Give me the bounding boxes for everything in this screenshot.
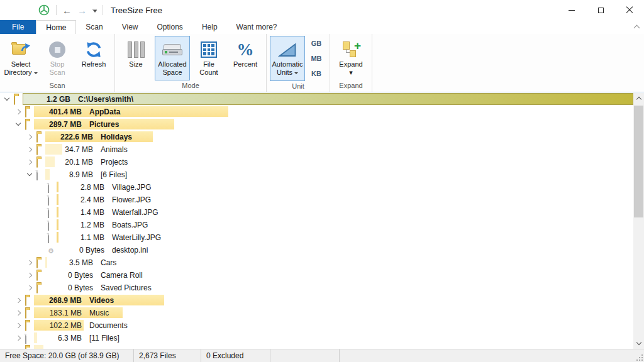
item-size: 8.9 MB <box>0 168 93 181</box>
refresh-icon <box>84 40 103 59</box>
allocated-space-button[interactable]: Allocated Space <box>155 36 190 80</box>
tree-row-pictures[interactable]: 289.7 MBPictures <box>0 118 633 131</box>
item-size: 1.2 GB <box>0 93 70 106</box>
maximize-button[interactable] <box>586 0 615 20</box>
ribbon: Select Directory Stop Scan Refresh Scan … <box>0 34 644 92</box>
close-icon <box>626 6 633 14</box>
scroll-up-arrow-icon[interactable] <box>633 93 644 104</box>
item-size: 289.7 MB <box>0 118 82 131</box>
dropdown-arrow-icon <box>34 72 38 74</box>
maximize-icon <box>598 8 604 13</box>
folder-icon <box>25 347 26 349</box>
tree-row-6-files[interactable]: 8.9 MB[6 Files] <box>0 168 633 181</box>
item-name: Flower.JPG <box>112 194 151 206</box>
tree-row-videos[interactable]: 268.9 MBVideos <box>0 294 633 307</box>
ribbon-group-unit: Automatic UnitsGBMBKBUnit <box>267 34 330 92</box>
gb-unit-button[interactable]: GB <box>307 36 326 51</box>
tab-home[interactable]: Home <box>36 20 76 34</box>
tree-row-documents[interactable]: 102.2 MBDocuments <box>0 319 633 332</box>
close-button[interactable] <box>615 0 644 20</box>
tree-row-projects[interactable]: 20.1 MBProjects <box>0 156 633 168</box>
item-name: Holidays <box>101 131 132 143</box>
scroll-down-arrow-icon[interactable] <box>633 338 644 349</box>
back-arrow-icon[interactable]: ← <box>62 6 72 15</box>
item-size: 20.1 MB <box>0 156 93 168</box>
customize-toolbar-dropdown-icon[interactable] <box>92 8 97 13</box>
window-controls <box>557 0 644 20</box>
tab-view[interactable]: View <box>113 20 148 34</box>
minimize-icon <box>569 10 575 11</box>
window-title: TreeSize Free <box>111 6 162 15</box>
forward-arrow-icon[interactable]: → <box>77 6 87 15</box>
resize-grip[interactable] <box>636 354 643 361</box>
tree-row-holidays[interactable]: 222.6 MBHolidays <box>0 131 633 143</box>
status-section-0: Free Space: 20.0 GB (of 38.9 GB) <box>0 349 134 362</box>
tree-row-saved-pictures[interactable]: 0 BytesSaved Pictures <box>0 282 633 294</box>
item-size: 102.2 MB <box>0 319 82 332</box>
tree-row-appdata[interactable]: 401.4 MBAppData <box>0 106 633 118</box>
quick-access-toolbar: ← → TreeSize Free <box>0 0 162 20</box>
ribbon-group-scan: Select Directory Stop Scan Refresh Scan <box>0 34 115 92</box>
tree-row-c-users-smith[interactable]: 1.2 GBC:\Users\smith\ <box>0 93 633 106</box>
item-name: [11 Files] <box>89 332 119 344</box>
tree-row-waterfall-jpg[interactable]: 1.4 MBWaterfall.JPG <box>0 206 633 219</box>
vertical-scrollbar[interactable] <box>633 93 644 349</box>
select-directory-button[interactable]: Select Directory <box>3 36 38 80</box>
tree-row[interactable] <box>0 344 633 349</box>
status-section-2: 0 Excluded <box>201 349 270 362</box>
tree-row-village-jpg[interactable]: 2.8 MBVillage.JPG <box>0 181 633 194</box>
item-name: WaterLilly.JPG <box>112 231 161 244</box>
item-size: 1.1 MB <box>0 231 104 244</box>
percent-icon: % <box>237 40 254 60</box>
scrollbar-thumb[interactable] <box>634 106 643 217</box>
treesize-window: ← → TreeSize Free FileHomeScanViewOption… <box>0 0 644 362</box>
size-bars-icon <box>128 41 145 58</box>
tab-help[interactable]: Help <box>192 20 227 34</box>
tab-options[interactable]: Options <box>148 20 192 34</box>
tree-row-flower-jpg[interactable]: 2.4 MBFlower.JPG <box>0 194 633 206</box>
item-size: 222.6 MB <box>0 131 93 143</box>
tab-want-more[interactable]: Want more? <box>227 20 287 34</box>
tree-row-cars[interactable]: 3.5 MBCars <box>0 256 633 269</box>
size-button[interactable]: Size <box>118 36 153 80</box>
item-size: 3.5 MB <box>0 256 93 269</box>
automatic-units-button[interactable]: Automatic Units <box>270 36 305 81</box>
tree-row-animals[interactable]: 34.7 MBAnimals <box>0 143 633 156</box>
collapse-ribbon-icon[interactable] <box>634 25 639 30</box>
kb-unit-button[interactable]: KB <box>307 66 326 81</box>
tree-row-waterlilly-jpg[interactable]: 1.1 MBWaterLilly.JPG <box>0 231 633 244</box>
app-logo-icon <box>38 4 50 16</box>
expand-button[interactable]: + Expand ▾ <box>333 36 369 80</box>
item-name: Cars <box>101 256 116 269</box>
tree-row-11-files[interactable]: 6.3 MB[11 Files] <box>0 332 633 344</box>
tree-row-boats-jpg[interactable]: 1.2 MBBoats.JPG <box>0 219 633 231</box>
tab-scan[interactable]: Scan <box>76 20 112 34</box>
item-size: 0 Bytes <box>0 244 104 256</box>
ribbon-tab-bar: FileHomeScanViewOptionsHelpWant more? <box>0 20 644 34</box>
tree-row-music[interactable]: 183.1 MBMusic <box>0 307 633 319</box>
item-size: 183.1 MB <box>0 307 82 319</box>
minimize-button[interactable] <box>557 0 586 20</box>
item-size: 1.2 MB <box>0 219 104 231</box>
mb-unit-button[interactable]: MB <box>307 51 326 66</box>
item-name: Pictures <box>89 118 119 131</box>
percent-button[interactable]: % Percent <box>228 36 263 80</box>
ribbon-group-label: Mode <box>118 81 264 92</box>
tree-row-camera-roll[interactable]: 0 BytesCamera Roll <box>0 269 633 282</box>
title-bar: ← → TreeSize Free <box>0 0 644 20</box>
expand-folders-icon: + <box>341 41 360 58</box>
hard-drive-icon <box>162 44 182 55</box>
ribbon-group-label: Scan <box>3 81 112 92</box>
directory-tree: 1.2 GBC:\Users\smith\401.4 MBAppData289.… <box>0 93 633 349</box>
toolbar-divider <box>56 5 57 15</box>
item-name: Documents <box>89 319 128 332</box>
stop-scan-button[interactable]: Stop Scan <box>40 36 75 80</box>
dropdown-arrow-icon <box>294 72 298 74</box>
tab-file[interactable]: File <box>0 20 36 34</box>
file-count-button[interactable]: File Count <box>191 36 226 80</box>
refresh-button[interactable]: Refresh <box>76 36 111 80</box>
tree-row-desktop-ini[interactable]: ⚙0 Bytesdesktop.ini <box>0 244 633 256</box>
status-section-1: 2,673 Files <box>134 349 201 362</box>
item-name: C:\Users\smith\ <box>78 93 133 106</box>
item-name: AppData <box>89 106 120 118</box>
